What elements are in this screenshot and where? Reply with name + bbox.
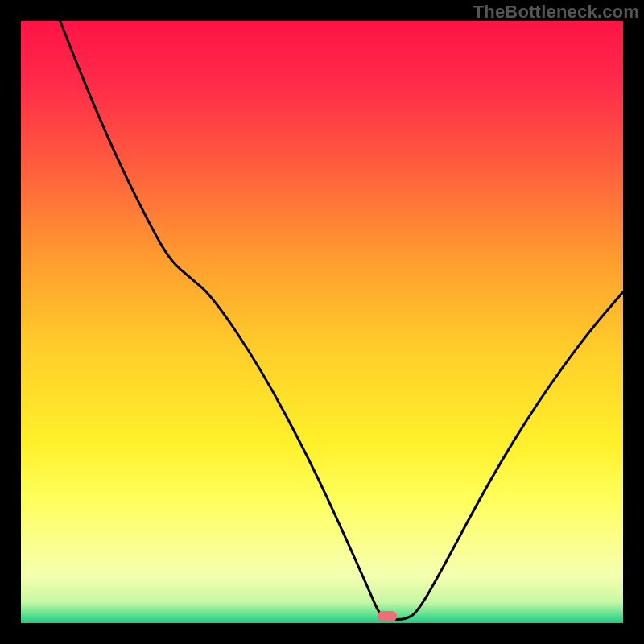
- watermark-text: TheBottleneck.com: [473, 2, 639, 23]
- bottleneck-curve: [21, 21, 623, 623]
- highlight-marker: [378, 611, 397, 621]
- plot-area: [21, 21, 623, 623]
- chart-container: TheBottleneck.com: [0, 0, 644, 644]
